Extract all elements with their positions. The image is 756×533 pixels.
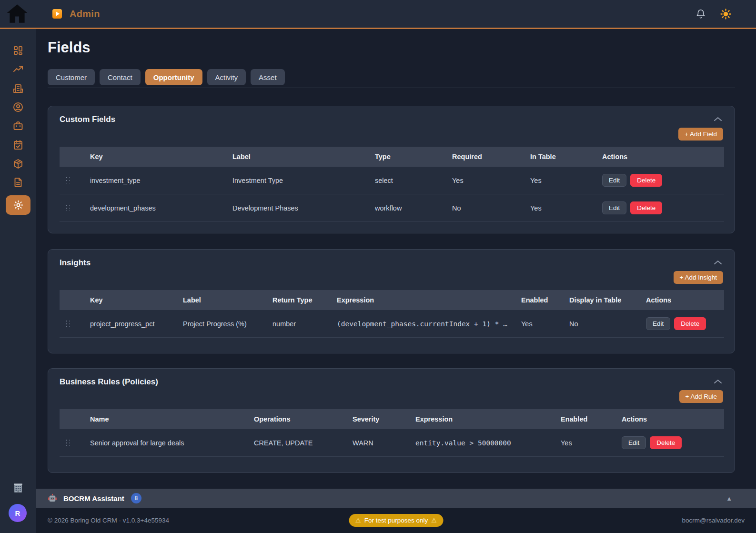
- insight-expression: (development_phases.currentIndex + 1) * …: [331, 310, 515, 338]
- section-title: Insights: [60, 258, 91, 268]
- table-row: Senior approval for large deals CREATE, …: [60, 429, 724, 457]
- table-row: investment_type Investment Type select Y…: [60, 167, 724, 194]
- field-required: Yes: [446, 167, 524, 194]
- contact-email: bocrm@rsalvador.dev: [682, 517, 745, 524]
- table-header-row: Key Label Type Required In Table Actions: [60, 147, 724, 167]
- insight-enabled: Yes: [515, 310, 564, 338]
- test-warning-badge: ⚠ For test purposes only ⚠: [349, 514, 444, 527]
- delete-button[interactable]: Delete: [650, 436, 682, 449]
- topbar: Admin: [0, 0, 756, 29]
- business-rules-card: Business Rules (Policies) + Add Rule Nam…: [48, 368, 735, 473]
- warning-icon: ⚠: [431, 517, 437, 524]
- dashboard-icon[interactable]: [12, 45, 24, 56]
- column-header: Actions: [616, 409, 724, 429]
- field-key: investment_type: [84, 167, 227, 194]
- delete-button[interactable]: Delete: [630, 174, 662, 187]
- assistant-badge: 8: [131, 493, 141, 503]
- column-header: Expression: [331, 290, 515, 310]
- column-header: Return Type: [267, 290, 331, 310]
- tab-opportunity[interactable]: Opportunity: [145, 69, 202, 85]
- bell-icon[interactable]: [696, 9, 706, 19]
- chevron-up-icon[interactable]: [713, 378, 723, 385]
- rule-expression: entity.value > 50000000: [410, 429, 555, 457]
- field-required: No: [446, 194, 524, 222]
- play-icon: [52, 9, 62, 19]
- assistant-bar[interactable]: BOCRM Assistant 8 ▲: [36, 489, 756, 508]
- column-header: Display in Table: [564, 290, 640, 310]
- sidebar: R: [0, 29, 36, 533]
- custom-fields-table: Key Label Type Required In Table Actions…: [60, 147, 724, 222]
- drag-handle-icon[interactable]: [65, 176, 70, 183]
- triangle-up-icon[interactable]: ▲: [726, 495, 732, 502]
- warning-text: For test purposes only: [364, 517, 428, 524]
- briefcase-icon[interactable]: [12, 120, 24, 131]
- drag-column-header: [60, 290, 84, 310]
- tab-asset[interactable]: Asset: [251, 69, 285, 85]
- drag-handle-icon[interactable]: [65, 439, 70, 446]
- column-header: Enabled: [555, 409, 616, 429]
- app-title: Admin: [70, 9, 100, 20]
- add-field-button[interactable]: + Add Field: [678, 128, 723, 141]
- edit-button[interactable]: Edit: [646, 317, 670, 330]
- rule-enabled: Yes: [555, 429, 616, 457]
- column-header: Operations: [248, 409, 347, 429]
- table-row: project_progress_pct Project Progress (%…: [60, 310, 724, 338]
- trending-up-icon[interactable]: [12, 63, 24, 75]
- delete-button[interactable]: Delete: [674, 317, 706, 330]
- column-header: Type: [369, 147, 446, 167]
- chevron-up-icon[interactable]: [713, 116, 723, 122]
- footer: © 2026 Boring Old CRM · v1.0.3+4e55934 ⚠…: [36, 508, 756, 533]
- column-header: Actions: [640, 290, 724, 310]
- entity-tabs: Customer Contact Opportunity Activity As…: [48, 69, 285, 85]
- column-header: Enabled: [515, 290, 564, 310]
- page-title: Fields: [48, 39, 91, 56]
- edit-button[interactable]: Edit: [602, 201, 626, 214]
- edit-button[interactable]: Edit: [622, 436, 646, 449]
- gear-icon: [13, 200, 24, 211]
- drag-column-header: [60, 409, 84, 429]
- drag-handle-icon[interactable]: [65, 204, 70, 211]
- column-header: Label: [177, 290, 267, 310]
- field-type: workflow: [369, 194, 446, 222]
- tab-activity[interactable]: Activity: [207, 69, 246, 85]
- field-in-table: Yes: [524, 167, 596, 194]
- table-header-row: Key Label Return Type Expression Enabled…: [60, 290, 724, 310]
- building-icon[interactable]: [12, 82, 24, 94]
- insight-label: Project Progress (%): [177, 310, 267, 338]
- column-header: Required: [446, 147, 524, 167]
- user-circle-icon[interactable]: [12, 101, 24, 113]
- tab-customer[interactable]: Customer: [48, 69, 95, 85]
- sun-icon[interactable]: [720, 9, 731, 20]
- chevron-up-icon[interactable]: [713, 259, 723, 266]
- tab-contact[interactable]: Contact: [100, 69, 141, 85]
- column-header: Name: [84, 409, 248, 429]
- delete-button[interactable]: Delete: [630, 201, 662, 214]
- edit-button[interactable]: Edit: [602, 174, 626, 187]
- drag-handle-icon[interactable]: [65, 320, 70, 327]
- table-header-row: Name Operations Severity Expression Enab…: [60, 409, 724, 429]
- field-type: select: [369, 167, 446, 194]
- package-icon[interactable]: [12, 158, 24, 170]
- column-header: Key: [84, 290, 177, 310]
- sidebar-item-settings-active[interactable]: [6, 195, 30, 215]
- calendar-check-icon[interactable]: [12, 139, 24, 151]
- custom-fields-card: Custom Fields + Add Field Key Label Type…: [48, 106, 735, 233]
- divider: [48, 88, 735, 88]
- add-insight-button[interactable]: + Add Insight: [674, 271, 723, 284]
- column-header: Actions: [596, 147, 724, 167]
- field-in-table: Yes: [524, 194, 596, 222]
- office-building-icon[interactable]: [12, 482, 24, 494]
- avatar[interactable]: R: [9, 504, 27, 522]
- file-text-icon[interactable]: [12, 177, 24, 188]
- column-header: In Table: [524, 147, 596, 167]
- copyright-text: © 2026 Boring Old CRM · v1.0.3+4e55934: [48, 517, 169, 524]
- column-header: Expression: [410, 409, 555, 429]
- robot-icon: [48, 493, 57, 503]
- business-rules-table: Name Operations Severity Expression Enab…: [60, 409, 724, 457]
- insights-card: Insights + Add Insight Key Label Return …: [48, 249, 735, 353]
- insight-display-in-table: No: [564, 310, 640, 338]
- add-rule-button[interactable]: + Add Rule: [679, 390, 723, 403]
- column-header: Severity: [347, 409, 410, 429]
- home-icon[interactable]: [4, 1, 30, 27]
- insight-return-type: number: [267, 310, 331, 338]
